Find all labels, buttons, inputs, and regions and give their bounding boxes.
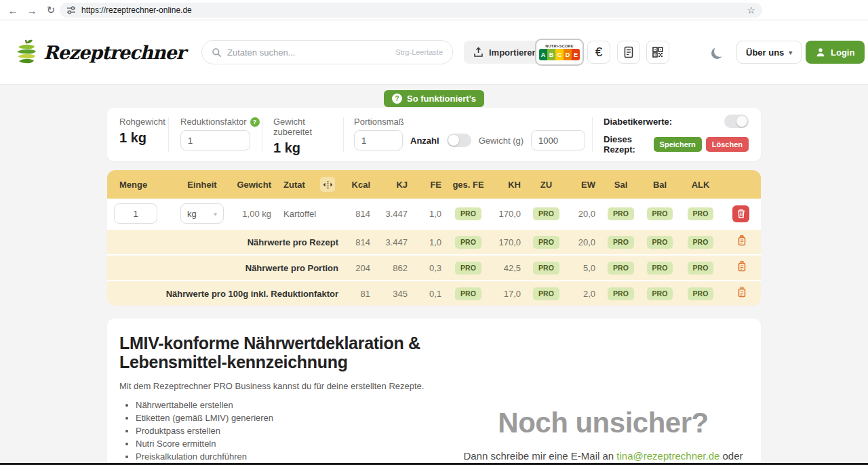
- delete-recipe-button[interactable]: Löschen: [706, 137, 749, 152]
- ingredient-search[interactable]: Strg-Leertaste: [201, 40, 453, 64]
- url-text[interactable]: https://rezeptrechner-online.de: [81, 5, 747, 15]
- col-kh: KH: [487, 180, 528, 190]
- login-button[interactable]: Login: [806, 41, 865, 64]
- col-fe: FE: [416, 180, 450, 190]
- pro-badge[interactable]: PRO: [688, 207, 714, 220]
- save-recipe-button[interactable]: Speichern: [654, 137, 702, 152]
- chevron-down-icon: ▾: [214, 210, 217, 218]
- col-kj: KJ: [378, 180, 416, 190]
- pro-badge[interactable]: PRO: [455, 287, 481, 300]
- pro-badge[interactable]: PRO: [647, 207, 673, 220]
- browser-back-icon[interactable]: ←: [5, 3, 20, 18]
- reduction-factor-input[interactable]: [180, 130, 250, 150]
- col-einheit: Einheit: [172, 180, 233, 190]
- currency-button[interactable]: €: [587, 41, 610, 64]
- help-icon: ?: [392, 94, 402, 104]
- site-info-icon[interactable]: [66, 5, 76, 15]
- copy-values-button[interactable]: [735, 260, 747, 272]
- brand-name: Rezeptrechner: [43, 42, 185, 63]
- pro-info-card: LMIV-konforme Nährwertdeklaration & Lebe…: [107, 319, 761, 465]
- nutriscore-scale: A B C D E: [539, 49, 580, 60]
- about-menu-button[interactable]: Über uns ▾: [736, 41, 802, 64]
- anzahl-label: Anzahl: [410, 136, 439, 146]
- browser-reload-icon[interactable]: ↻: [43, 3, 58, 18]
- reduction-factor-label: Reduktionsfaktor: [180, 117, 247, 127]
- pro-badge[interactable]: PRO: [647, 262, 673, 275]
- portion-count-input[interactable]: [354, 130, 403, 150]
- delete-ingredient-button[interactable]: [732, 205, 749, 222]
- ingredient-amount-input[interactable]: [114, 203, 157, 224]
- summary-row-per100g: Nährwerte pro 100g inkl. Reduktionfaktor…: [107, 280, 761, 306]
- pro-badge[interactable]: PRO: [608, 287, 634, 300]
- summary-row-recipe: Nährwerte pro Rezept 814 3.447 1,0 PRO 1…: [107, 228, 761, 254]
- pro-badge[interactable]: PRO: [533, 287, 559, 300]
- pro-badge[interactable]: PRO: [647, 236, 673, 249]
- pro-badge[interactable]: PRO: [533, 207, 559, 220]
- this-recipe-label: Dieses Rezept:: [604, 134, 654, 155]
- copy-icon: [735, 286, 747, 298]
- how-it-works-button[interactable]: ? So funktioniert's: [384, 90, 484, 107]
- pro-badge[interactable]: PRO: [533, 262, 559, 275]
- browser-forward-icon[interactable]: →: [24, 3, 39, 18]
- portion-weight-input[interactable]: [531, 130, 585, 150]
- copy-values-button[interactable]: [735, 235, 747, 247]
- email-link[interactable]: tina@rezeptrechner.de: [616, 450, 719, 462]
- chevron-down-icon: ▾: [789, 49, 792, 56]
- column-move-icon[interactable]: [320, 177, 335, 192]
- pro-badge[interactable]: PRO: [688, 236, 714, 249]
- ingredient-name[interactable]: Kartoffel: [277, 209, 341, 219]
- bookmark-star-icon[interactable]: ☆: [747, 5, 755, 16]
- copy-icon: [735, 260, 747, 272]
- brand-logo[interactable]: Rezeptrechner: [15, 37, 185, 67]
- address-bar[interactable]: https://rezeptrechner-online.de ☆: [60, 3, 762, 18]
- pro-badge[interactable]: PRO: [688, 287, 714, 300]
- pro-badge[interactable]: PRO: [455, 262, 481, 275]
- pro-badge[interactable]: PRO: [608, 236, 634, 249]
- info-intro: Mit dem Rezeptrechner PRO Business kanns…: [119, 381, 462, 391]
- page-content: ? So funktioniert's Rohgewicht 1 kg Redu…: [0, 85, 868, 465]
- nutriscore-button[interactable]: NUTRI-SCORE A B C D E: [535, 39, 584, 66]
- pro-badge[interactable]: PRO: [688, 262, 714, 275]
- search-shortcut-hint: Strg-Leertaste: [395, 48, 443, 56]
- table-header-row: Menge Einheit Gewicht Zutat Kcal KJ: [107, 170, 761, 199]
- search-input[interactable]: [227, 47, 390, 58]
- site-header: Rezeptrechner Strg-Leertaste Importieren…: [0, 20, 868, 85]
- cta-title: Noch unsicher?: [462, 407, 745, 439]
- document-button[interactable]: [617, 41, 640, 64]
- nutriscore-title: NUTRI-SCORE: [545, 44, 574, 48]
- pro-badge[interactable]: PRO: [455, 236, 481, 249]
- qr-code-button[interactable]: [646, 41, 669, 64]
- search-icon: [212, 47, 222, 58]
- col-zutat: Zutat: [277, 180, 314, 190]
- browser-toolbar: ← → ↻ https://rezeptrechner-online.de ☆: [0, 0, 868, 20]
- pro-badge[interactable]: PRO: [647, 287, 673, 300]
- list-item: Preiskalkulation durchführen: [136, 451, 462, 464]
- cooked-weight-label: Gewicht zubereitet: [273, 117, 343, 137]
- apple-logo-icon: [15, 37, 38, 67]
- pro-badge[interactable]: PRO: [608, 207, 634, 220]
- pro-badge[interactable]: PRO: [533, 236, 559, 249]
- col-menge: Menge: [107, 180, 172, 190]
- col-kcal: Kcal: [341, 180, 378, 190]
- col-ges-fe: ges. FE: [450, 180, 487, 190]
- ingredient-weight: 1,00 kg: [233, 209, 277, 219]
- diabetic-values-label: Diabetikerwerte:: [604, 117, 672, 127]
- ingredient-row: kg ▾ 1,00 kg Kartoffel 814 3.447 1,0 PRO…: [107, 199, 761, 228]
- pro-badge[interactable]: PRO: [455, 207, 481, 220]
- copy-values-button[interactable]: [735, 286, 747, 298]
- portion-size-label: Portionsmaß: [354, 117, 592, 127]
- unit-select[interactable]: kg ▾: [180, 203, 224, 224]
- col-gewicht: Gewicht: [233, 180, 277, 190]
- upload-icon: [473, 47, 484, 58]
- qr-code-icon: [652, 47, 663, 58]
- recipe-controls-card: Rohgewicht 1 kg Reduktionsfaktor ? Gewic…: [107, 108, 761, 161]
- pro-badge[interactable]: PRO: [608, 262, 634, 275]
- diabetic-values-toggle[interactable]: [724, 115, 749, 128]
- weight-g-label: Gewicht (g): [479, 136, 524, 146]
- raw-weight-label: Rohgewicht: [119, 117, 168, 127]
- copy-icon: [735, 235, 747, 247]
- reduction-help-icon[interactable]: ?: [250, 117, 260, 127]
- raw-weight-value: 1 kg: [119, 130, 168, 146]
- portion-mode-toggle[interactable]: [447, 134, 471, 147]
- dark-mode-toggle[interactable]: [711, 44, 727, 60]
